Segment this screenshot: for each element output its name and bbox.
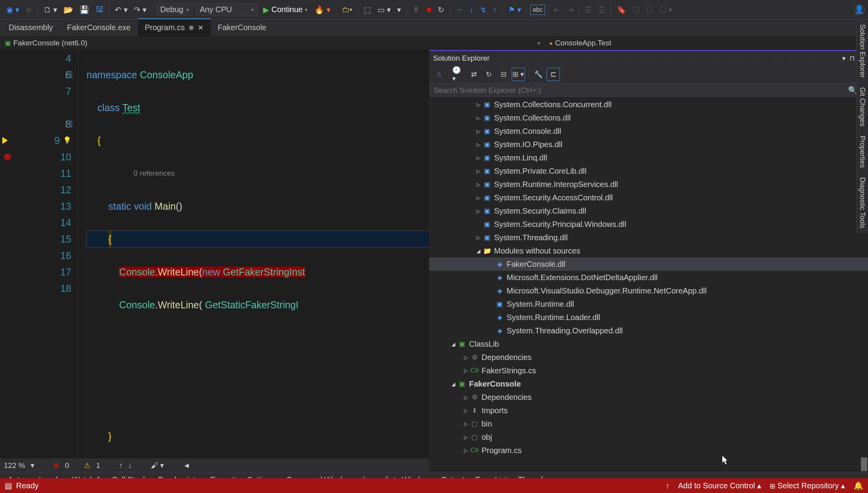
notification-bell-icon[interactable]: 🔔 <box>854 481 863 490</box>
tree-expand-icon[interactable]: ▷ <box>475 115 482 121</box>
new-item-button[interactable]: 🗋 ▾ <box>41 4 60 16</box>
tree-item[interactable]: ▷C#Program.cs <box>429 444 868 457</box>
breakpoint-icon[interactable] <box>4 153 11 160</box>
sx-showall-button[interactable]: ⊞ ▾ <box>512 68 525 81</box>
tree-expand-icon[interactable]: ▷ <box>475 128 482 134</box>
tree-item[interactable]: ◈System.Threading.Overlapped.dll <box>429 324 868 337</box>
search-input[interactable] <box>434 86 848 95</box>
folder-button[interactable]: 🗀▪ <box>339 4 355 16</box>
sx-sync-button[interactable]: ⇄ <box>467 68 480 81</box>
nav-back-button[interactable]: ◉ ▾ <box>4 4 22 16</box>
code-area[interactable]: namespace ConsoleApp class Test { 0 refe… <box>78 50 429 459</box>
tree-expand-icon[interactable]: ▷ <box>462 368 470 374</box>
nav-up-button[interactable]: ↑ <box>119 461 123 470</box>
restart-button[interactable]: ↻ <box>435 4 447 16</box>
sx-refresh-button[interactable]: ↻ <box>482 68 495 81</box>
tree-expand-icon[interactable]: ▷ <box>462 421 470 427</box>
brush-button[interactable]: 🖌 ▾ <box>151 461 164 470</box>
tree-item[interactable]: ▷▣System.Private.CoreLib.dll <box>429 164 868 178</box>
tree-item[interactable]: ◢▣FakerConsole <box>429 377 868 390</box>
tree-expand-icon[interactable]: ▷ <box>475 182 482 187</box>
bookmark-button[interactable]: 🔖 <box>614 4 629 16</box>
tab-disassembly[interactable]: Disassembly <box>2 19 60 36</box>
intellisense-button[interactable]: abc <box>530 5 545 15</box>
solution-search[interactable]: 🔍 ▾ <box>429 83 868 98</box>
bm4-button[interactable]: ☐ ▾ <box>657 4 675 16</box>
sx-collapse-button[interactable]: ⊟ <box>497 68 510 81</box>
tree-expand-icon[interactable]: ▷ <box>475 195 482 201</box>
tree-expand-icon[interactable]: ▷ <box>475 168 482 174</box>
code-lens[interactable]: 0 references <box>87 165 429 182</box>
step-out-button[interactable]: ↯ <box>478 4 489 16</box>
solution-tree[interactable]: ▷▣System.Collections.Concurrent.dll▷▣Sys… <box>429 98 868 472</box>
window-menu-button[interactable]: ▾ <box>842 54 846 63</box>
pause-button[interactable]: ⏸ <box>410 4 422 16</box>
side-properties[interactable]: Properties <box>857 131 868 173</box>
zoom-level[interactable]: 122 % <box>4 461 25 470</box>
tree-expand-icon[interactable]: ▷ <box>462 434 470 440</box>
tree-item[interactable]: ▷▣System.Collections.Concurrent.dll <box>429 98 868 111</box>
tree-item[interactable]: ▷⬇Imports <box>429 404 868 417</box>
type-context[interactable]: ⬥ConsoleApp.Test <box>544 37 868 49</box>
close-icon[interactable]: ✕ <box>198 23 204 32</box>
continue-button[interactable]: ▶Continue▾ <box>259 4 311 16</box>
list2-button[interactable]: ☰ <box>596 4 608 16</box>
tree-expand-icon[interactable]: ▷ <box>462 448 470 453</box>
list1-button[interactable]: ☰ <box>583 4 594 16</box>
outdent-button[interactable]: ⇥ <box>565 4 576 16</box>
scroll-left-button[interactable]: ◄ <box>183 461 190 470</box>
tree-item[interactable]: ▷⚙Dependencies <box>429 351 868 364</box>
scrollbar-thumb[interactable] <box>861 457 867 471</box>
tree-expand-icon[interactable]: ▷ <box>475 235 482 241</box>
nav-fwd-button[interactable]: ⊕ <box>23 4 34 16</box>
tree-item[interactable]: ◈Microsoft.Extensions.DotNetDeltaApplier… <box>429 271 868 284</box>
tree-item[interactable]: ▷▢obj <box>429 430 868 444</box>
flag-button[interactable]: ⚑ ▾ <box>506 4 524 16</box>
stop-button[interactable]: ■ <box>424 4 433 16</box>
indent-button[interactable]: ⇤ <box>552 4 563 16</box>
tree-item[interactable]: ▷▣System.Console.dll <box>429 124 868 138</box>
tree-item[interactable]: ▷⚙Dependencies <box>429 390 868 404</box>
tree-item[interactable]: ▷▣System.Linq.dll <box>429 151 868 164</box>
window-pin-button[interactable]: ⊓ <box>850 54 855 63</box>
tree-expand-icon[interactable]: ◢ <box>449 341 457 347</box>
tree-item[interactable]: ◈Microsoft.VisualStudio.Debugger.Runtime… <box>429 284 868 297</box>
step-over-button[interactable]: → <box>453 4 466 16</box>
tree-item[interactable]: ▷▣System.Runtime.InteropServices.dll <box>429 178 868 191</box>
side-diagnostic[interactable]: Diagnostic Tools <box>857 173 868 233</box>
fold-toggle[interactable]: − <box>66 121 72 127</box>
tree-item[interactable]: ◢📁Modules without sources <box>429 244 868 257</box>
tree-expand-icon[interactable]: ▷ <box>475 142 482 148</box>
save-button[interactable]: 💾 <box>77 4 92 16</box>
step-up-button[interactable]: ↑ <box>491 4 499 16</box>
hot-reload-button[interactable]: 🔥 ▾ <box>312 4 333 16</box>
tree-expand-icon[interactable]: ▷ <box>462 354 470 360</box>
user-avatar[interactable]: 👤 <box>854 4 865 15</box>
nav-down-button[interactable]: ↓ <box>128 461 132 470</box>
error-icon[interactable]: ⊗ <box>53 461 60 470</box>
tab-fakerconsole-exe[interactable]: FakerConsole.exe <box>60 19 137 36</box>
undo-button[interactable]: ↶ ▾ <box>112 4 130 16</box>
fold-toggle[interactable]: − <box>66 72 72 78</box>
tree-item[interactable]: ◈System.Runtime.Loader.dll <box>429 311 868 324</box>
side-solution-explorer[interactable]: Solution Explorer <box>857 20 868 83</box>
tab-fakerconsole[interactable]: FakerConsole <box>211 19 274 36</box>
pin-icon[interactable]: ⊕ <box>189 24 194 31</box>
sx-preview-button[interactable]: ⊏ <box>547 68 560 81</box>
warning-icon[interactable]: ⚠ <box>84 461 90 470</box>
tree-expand-icon[interactable]: ▷ <box>462 394 470 400</box>
sx-properties-button[interactable]: 🔧 <box>532 68 545 81</box>
tree-expand-icon[interactable]: ▷ <box>475 102 482 108</box>
sx-home-button[interactable]: ⌂ <box>432 68 446 81</box>
layout3-button[interactable]: ▾ <box>395 4 403 16</box>
tree-item[interactable]: ▷▣System.IO.Pipes.dll <box>429 138 868 151</box>
tree-item[interactable]: ◈FakerConsole.dll <box>429 257 868 271</box>
tree-expand-icon[interactable]: ▷ <box>462 408 470 414</box>
tree-item[interactable]: ◢▣ClassLib <box>429 337 868 351</box>
open-button[interactable]: 📂 <box>61 4 76 16</box>
repo-button[interactable]: ⊞ Select Repository ▴ <box>770 481 845 490</box>
tree-expand-icon[interactable]: ▷ <box>475 208 482 214</box>
project-context[interactable]: ▣FakerConsole (net6.0) <box>0 37 534 49</box>
sx-history-button[interactable]: 🕘 ▾ <box>452 68 466 81</box>
save-all-button[interactable]: 🖫 <box>93 4 106 16</box>
